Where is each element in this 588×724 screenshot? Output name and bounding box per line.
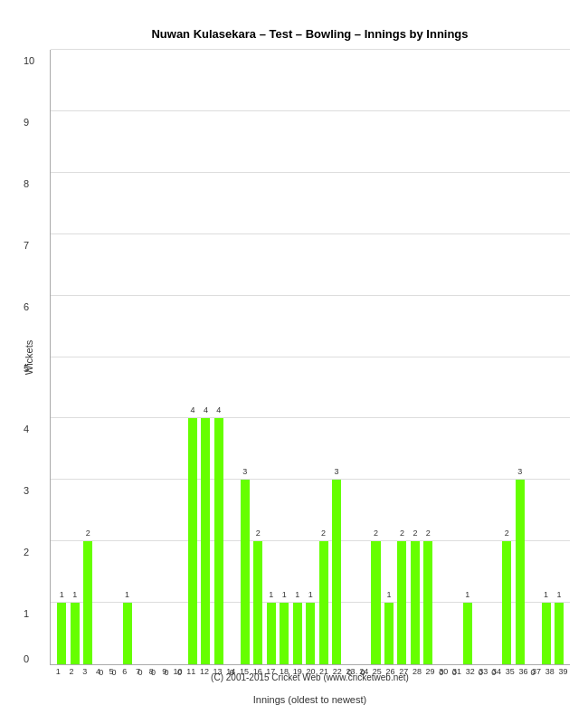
bar: 2 [83, 541, 92, 664]
x-label: 17 [264, 667, 278, 676]
bar-group: 4 [186, 50, 199, 664]
bar-group: 1 [539, 50, 552, 664]
bar-zero-label: 0 [138, 668, 143, 677]
chart-container: Nuwan Kulasekara – Test – Bowling – Inni… [0, 0, 588, 724]
x-label: 2 [65, 667, 79, 676]
bar-group: 1 [120, 50, 133, 664]
chart-title: Nuwan Kulasekara – Test – Bowling – Inni… [50, 27, 570, 41]
bar: 1 [463, 603, 472, 664]
bar-value-label: 2 [256, 529, 261, 538]
bar-value-label: 1 [386, 590, 391, 599]
x-label: 36 [517, 667, 530, 676]
bar: 2 [253, 541, 262, 664]
bar-group: 2 [395, 50, 408, 664]
x-label: 20 [304, 667, 318, 676]
bar: 1 [123, 603, 132, 664]
bar: 3 [241, 480, 250, 664]
x-label: 12 [198, 667, 212, 676]
bar-value-label: 2 [426, 529, 431, 538]
y-tick-6: 6 [24, 301, 29, 312]
bar-group: 2 [409, 50, 422, 664]
bar-zero-label: 0 [439, 668, 443, 677]
bar-group: 4 [213, 50, 225, 664]
bars-container: 112001000044403211112300212220010023011 [51, 50, 570, 664]
bar-group: 1 [265, 50, 278, 664]
bar-group: 0 [160, 50, 173, 664]
bar-group: 0 [225, 50, 238, 664]
bar-group: 1 [461, 50, 474, 664]
bar-group: 0 [343, 50, 356, 664]
bar-group: 4 [199, 50, 212, 664]
x-label: 18 [278, 667, 291, 676]
y-tick-1: 1 [24, 608, 29, 619]
bar-zero-label: 0 [230, 668, 234, 677]
x-label: 13 [211, 667, 224, 676]
bar: 2 [423, 541, 432, 664]
bar-group: 0 [487, 50, 499, 664]
bar-value-label: 1 [557, 590, 562, 599]
bar-group: 0 [94, 50, 107, 664]
bar-value-label: 2 [400, 529, 404, 538]
bar-group: 1 [290, 50, 303, 664]
y-tick-3: 3 [24, 485, 29, 496]
bar-group: 0 [474, 50, 487, 664]
bar-value-label: 2 [505, 529, 509, 538]
x-label: 15 [238, 667, 251, 676]
y-tick-0: 0 [24, 653, 29, 664]
x-axis-label: Innings (oldest to newest) [50, 694, 570, 705]
bar-zero-label: 0 [164, 668, 168, 677]
bar: 1 [71, 603, 80, 664]
x-label: 22 [330, 667, 344, 676]
bar-group: 1 [383, 50, 395, 664]
x-label: 27 [397, 667, 411, 676]
y-tick-8: 8 [24, 178, 29, 189]
bar: 2 [397, 541, 406, 664]
bar-group: 3 [330, 50, 343, 664]
bar-zero-label: 0 [531, 668, 536, 677]
bar-group: 2 [422, 50, 434, 664]
bar-value-label: 2 [86, 529, 90, 538]
y-tick-10: 10 [24, 55, 34, 66]
x-label: 19 [290, 667, 304, 676]
y-tick-9: 9 [24, 117, 29, 128]
bar-group: 0 [448, 50, 460, 664]
bar: 3 [516, 480, 525, 664]
bar-group: 0 [108, 50, 120, 664]
bar-zero-label: 0 [452, 668, 457, 677]
x-label: 25 [371, 667, 384, 676]
bar-group: 3 [239, 50, 251, 664]
x-label: 6 [118, 667, 131, 676]
bar: 2 [371, 541, 380, 664]
bar-zero-label: 0 [361, 668, 365, 677]
bar-value-label: 4 [190, 405, 194, 414]
bar-zero-label: 0 [479, 668, 483, 677]
bar-value-label: 3 [242, 467, 247, 476]
bar: 4 [214, 418, 223, 664]
chart-area: 10 9 8 7 6 5 [50, 50, 570, 665]
bar-value-label: 3 [517, 467, 522, 476]
x-label: 16 [251, 667, 264, 676]
bar-value-label: 1 [282, 590, 287, 599]
bar-group: 2 [317, 50, 329, 664]
bar: 3 [332, 480, 341, 664]
bar-group: 3 [513, 50, 526, 664]
bar-zero-label: 0 [151, 668, 156, 677]
y-tick-7: 7 [24, 240, 29, 251]
bar: 1 [293, 603, 302, 664]
bar-group: 0 [356, 50, 369, 664]
x-label: 21 [318, 667, 331, 676]
x-label: 32 [463, 667, 477, 676]
bar-group: 1 [55, 50, 68, 664]
bar-group: 1 [304, 50, 317, 664]
bar-value-label: 4 [204, 405, 208, 414]
bar: 2 [411, 541, 420, 664]
bar-group: 2 [81, 50, 94, 664]
bar: 1 [280, 603, 289, 664]
bar: 1 [267, 603, 276, 664]
bar: 1 [542, 603, 551, 664]
y-tick-4: 4 [24, 424, 29, 434]
bar: 1 [384, 603, 394, 664]
y-tick-2: 2 [24, 547, 29, 557]
bar-zero-label: 0 [347, 668, 352, 677]
bar-group: 0 [134, 50, 147, 664]
